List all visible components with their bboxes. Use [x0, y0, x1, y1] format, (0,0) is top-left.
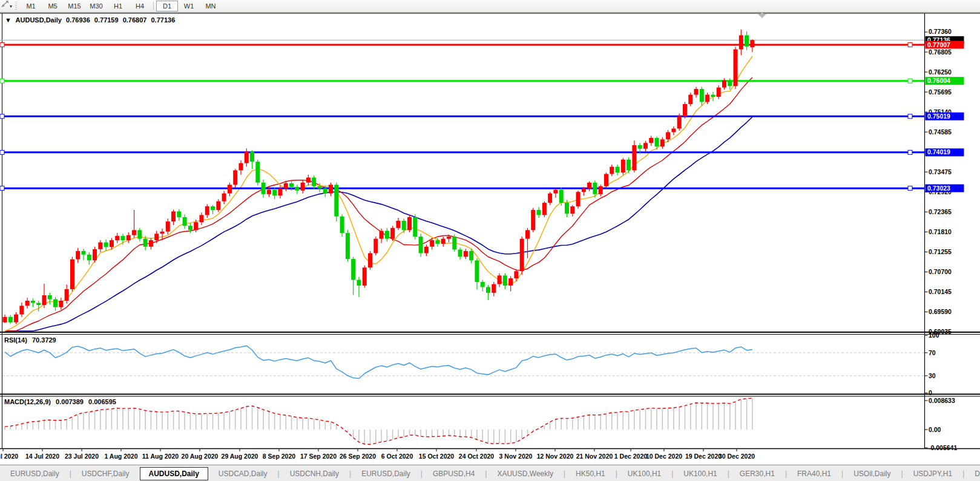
svg-text:23 Jul 2020: 23 Jul 2020 [65, 453, 99, 460]
timeframe-toolbar: ▾ M1M5M15M30H1H4D1W1MN [0, 0, 980, 13]
svg-text:21 Nov 2020: 21 Nov 2020 [576, 453, 613, 460]
timeframe-button-m30[interactable]: M30 [85, 1, 107, 11]
svg-text:0.72365: 0.72365 [929, 208, 952, 215]
pan-cursor-icon[interactable] [0, 1, 10, 11]
svg-text:1 Dec 2020: 1 Dec 2020 [614, 453, 647, 460]
rsi-label: RSI(14) 70.3729 [4, 336, 59, 344]
chart-tab-usdchf-daily[interactable]: USDCHF,Daily [71, 467, 140, 480]
svg-text:10 Dec 2020: 10 Dec 2020 [646, 453, 682, 460]
svg-text:0.71810: 0.71810 [929, 228, 952, 235]
chart-tab-eurusd-daily[interactable]: EURUSD,Daily [0, 467, 70, 480]
timeframe-button-w1[interactable]: W1 [178, 1, 200, 11]
svg-text:12 Nov 2020: 12 Nov 2020 [537, 453, 574, 460]
chart-tab-usdjpy-h1[interactable]: USDJPY,H1 [903, 467, 962, 480]
svg-text:0.73023: 0.73023 [927, 185, 950, 192]
open-value: 0.76936 [66, 16, 90, 24]
chart-tab-usoil-daily[interactable]: USOil,Daily [843, 467, 901, 480]
chart-tab-bar: EURUSD,Daily|USDCHF,DailyAUDUSD,DailyUSD… [0, 465, 980, 481]
toolbar-grip[interactable] [15, 2, 17, 10]
timeframe-button-d1[interactable]: D1 [156, 1, 178, 11]
svg-text:0.76250: 0.76250 [929, 68, 952, 76]
macd-label: MACD(12,26,9) 0.007389 0.006595 [4, 398, 119, 405]
chevron-down-icon[interactable]: ▾ [10, 4, 12, 9]
mt4-window: 0.773600.768050.762500.756950.751400.745… [0, 0, 980, 481]
svg-text:0.74019: 0.74019 [927, 148, 950, 155]
timeframe-buttons: M1M5M15M30H1H4D1W1MN [20, 1, 222, 11]
timeframe-button-mn[interactable]: MN [200, 1, 222, 11]
svg-text:11 Aug 2020: 11 Aug 2020 [142, 453, 179, 460]
svg-text:1 Aug 2020: 1 Aug 2020 [104, 453, 137, 460]
macd-main-value: 0.007389 [56, 398, 84, 405]
timeframe-button-h4[interactable]: H4 [129, 1, 151, 11]
svg-text:0.77360: 0.77360 [929, 28, 952, 35]
svg-text:0.71255: 0.71255 [929, 248, 952, 255]
svg-text:100: 100 [929, 332, 939, 339]
svg-text:4 Jul 2020: 4 Jul 2020 [0, 453, 18, 460]
chart-tab-fra40-h1[interactable]: FRA40,H1 [787, 467, 841, 480]
svg-text:0.74585: 0.74585 [929, 128, 952, 136]
svg-text:0.70700: 0.70700 [929, 268, 952, 275]
svg-text:0.008633: 0.008633 [929, 397, 955, 404]
low-value: 0.76807 [123, 16, 147, 24]
chart-tab-audusd-daily[interactable]: AUDUSD,Daily [140, 467, 208, 480]
svg-text:24 Oct 2020: 24 Oct 2020 [459, 453, 495, 460]
svg-text:14 Jul 2020: 14 Jul 2020 [25, 453, 59, 460]
svg-text:29 Aug 2020: 29 Aug 2020 [222, 453, 258, 460]
macd-signal-value: 0.006595 [88, 398, 116, 405]
svg-text:15 Oct 2020: 15 Oct 2020 [419, 453, 455, 460]
close-value: 0.77136 [151, 16, 176, 24]
macd-name: MACD(12,26,9) [4, 398, 51, 405]
svg-text:19 Dec 2020: 19 Dec 2020 [685, 453, 722, 460]
timeframe-button-h1[interactable]: H1 [107, 1, 129, 11]
collapse-triangle-icon[interactable]: ▼ [5, 16, 12, 24]
chart-tab-eurusd-daily[interactable]: EURUSD,Daily [351, 467, 421, 480]
svg-text:0.75019: 0.75019 [927, 113, 950, 120]
chart-tab-usdcnh-daily[interactable]: USDCNH,Daily [280, 467, 349, 480]
chart-tab-ger30-h1[interactable]: GER30,H1 [729, 467, 785, 480]
svg-text:0.73475: 0.73475 [929, 168, 952, 175]
svg-text:30: 30 [929, 372, 936, 379]
svg-text:6 Oct 2020: 6 Oct 2020 [381, 453, 413, 460]
timeframe-button-m15[interactable]: M15 [64, 1, 85, 11]
rsi-name: RSI(14) [4, 336, 27, 344]
timeframe-button-m1[interactable]: M1 [20, 1, 42, 11]
chart-tab-xauusd-weekly[interactable]: XAUUSD,Weekly [487, 467, 563, 480]
high-value: 0.77159 [94, 16, 119, 24]
svg-text:0.76004: 0.76004 [927, 77, 950, 84]
chart-canvas[interactable]: 0.773600.768050.762500.756950.751400.745… [0, 0, 980, 481]
svg-text:0.77007: 0.77007 [927, 41, 950, 48]
svg-text:8 Sep 2020: 8 Sep 2020 [263, 453, 295, 460]
chart-tab-usdcad-daily[interactable]: USDCAD,Daily [208, 467, 278, 480]
symbol-label: AUDUSD,Daily [16, 16, 62, 24]
chart-tab-dj30-daily[interactable]: DJ30,Daily [964, 467, 980, 480]
svg-text:0.70145: 0.70145 [929, 288, 952, 295]
svg-text:0.00: 0.00 [929, 426, 941, 433]
svg-text:0.75695: 0.75695 [929, 88, 952, 96]
toolbar-separator [153, 2, 154, 10]
chart-tab-gbpusd-h4[interactable]: GBPUSD,H4 [423, 467, 485, 480]
svg-text:26 Sep 2020: 26 Sep 2020 [340, 453, 376, 460]
svg-text:20 Aug 2020: 20 Aug 2020 [182, 453, 219, 460]
svg-text:-0.005641: -0.005641 [929, 444, 957, 451]
svg-text:0: 0 [929, 389, 932, 396]
svg-text:70: 70 [929, 349, 936, 356]
svg-text:0.76805: 0.76805 [929, 48, 952, 56]
svg-text:17 Sep 2020: 17 Sep 2020 [300, 453, 337, 460]
svg-text:30 Dec 2020: 30 Dec 2020 [719, 453, 755, 460]
svg-text:3 Nov 2020: 3 Nov 2020 [499, 453, 533, 460]
rsi-value: 70.3729 [32, 336, 56, 344]
chart-ohlc-title: ▼ AUDUSD,Daily 0.76936 0.77159 0.76807 0… [5, 16, 177, 24]
chart-tab-hk50-h1[interactable]: HK50,H1 [565, 467, 616, 480]
svg-text:0.69590: 0.69590 [929, 308, 952, 315]
timeframe-button-m5[interactable]: M5 [42, 1, 64, 11]
chart-tab-uk100-h1[interactable]: UK100,H1 [673, 467, 727, 480]
chart-tab-uk100-h1[interactable]: UK100,H1 [617, 467, 671, 480]
